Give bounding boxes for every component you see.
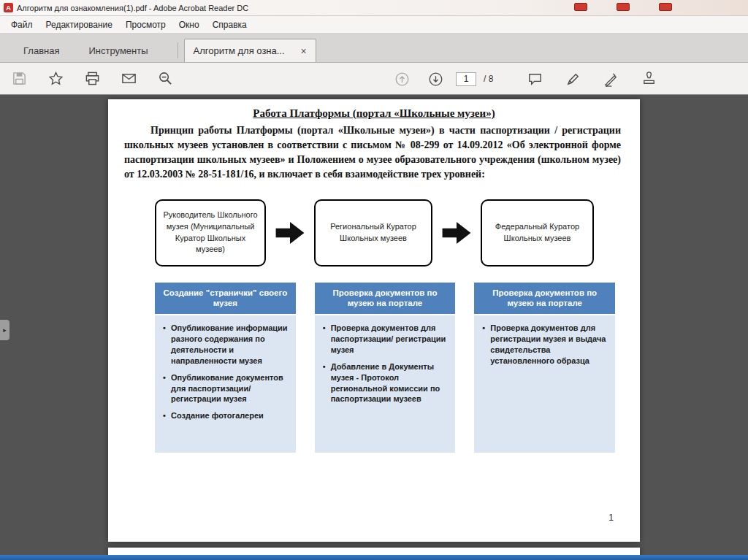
menu-view[interactable]: Просмотр — [119, 18, 172, 32]
menu-window[interactable]: Окно — [172, 18, 206, 32]
flow-box-regional-curator: Региональный Куратор Школьных музеев — [314, 199, 432, 266]
flow-diagram: Руководитель Школьного музея (Муниципаль… — [155, 199, 640, 266]
menu-help[interactable]: Справка — [206, 18, 253, 32]
columns-section: Создание "странички" своего музея Опубли… — [155, 283, 615, 453]
minimize-button[interactable] — [574, 3, 587, 11]
bullet-item: Проверка документов для регистрации музе… — [490, 323, 609, 366]
title-bar: A Алгоритм для ознакомления(1).pdf - Ado… — [0, 0, 748, 16]
column-2-header: Проверка документов по музею на портале — [315, 283, 456, 315]
slide-title: Работа Платформы (портал «Школьные музеи… — [108, 99, 640, 120]
bullet-item: Опубликование документов для паспортизац… — [171, 372, 290, 405]
page-down-icon[interactable] — [422, 66, 449, 91]
page-total-label: / 8 — [484, 74, 493, 84]
pdf-page-2-sliver — [108, 548, 640, 555]
page-number-input[interactable]: 1 — [456, 72, 476, 86]
print-icon[interactable] — [79, 66, 105, 91]
toolbar-right-group — [522, 63, 662, 95]
pdf-page-1: Работа Платформы (портал «Школьные музеи… — [108, 99, 640, 542]
toolbar-page-nav: 1 / 8 — [389, 63, 493, 95]
window-title: Алгоритм для ознакомления(1).pdf - Adobe… — [17, 4, 248, 12]
flow-box-federal-curator: Федеральный Куратор Школьных музеев — [481, 199, 594, 266]
tab-close-icon[interactable]: × — [301, 46, 307, 56]
highlight-icon[interactable] — [560, 66, 586, 91]
close-button[interactable] — [659, 3, 672, 11]
page-up-icon[interactable] — [389, 66, 415, 91]
bullet-item: Создание фотогалереи — [171, 410, 290, 421]
column-2-body: Проверка документов для паспортизации/ р… — [315, 315, 456, 453]
comment-icon[interactable] — [522, 66, 548, 91]
acrobat-app-icon: A — [4, 3, 13, 12]
fill-sign-icon[interactable] — [598, 66, 624, 91]
menu-file[interactable]: Файл — [4, 18, 39, 32]
document-canvas[interactable]: ▸ Работа Платформы (портал «Школьные муз… — [0, 95, 748, 555]
column-1-body: Опубликование информации разного содержа… — [155, 315, 296, 453]
column-3-header: Проверка документов по музею на портале — [474, 283, 615, 315]
bullet-item: Проверка документов для паспортизации/ р… — [331, 323, 450, 356]
slide-paragraph: Принцип работы Платформы (портал «Школьн… — [124, 123, 621, 182]
save-icon[interactable] — [6, 66, 32, 91]
tab-document-active[interactable]: Алгоритм для озна... × — [184, 39, 316, 62]
bullet-item: Добавление в Документы музея - Протокол … — [331, 361, 450, 404]
tab-document-label: Алгоритм для озна... — [194, 45, 285, 56]
menu-edit[interactable]: Редактирование — [39, 18, 119, 32]
maximize-button[interactable] — [617, 3, 630, 11]
tab-home[interactable]: Главная — [9, 39, 74, 62]
window-controls — [574, 3, 672, 11]
chevron-right-icon: ▸ — [3, 326, 7, 334]
tab-tools[interactable]: Инструменты — [74, 39, 162, 62]
taskbar-strip[interactable] — [0, 555, 748, 560]
toolbar-left-group — [6, 66, 178, 91]
column-3: Проверка документов по музею на портале … — [474, 283, 615, 453]
tab-divider — [178, 42, 178, 58]
column-1: Создание "странички" своего музея Опубли… — [155, 283, 296, 453]
nav-pane-toggle[interactable]: ▸ — [0, 320, 9, 340]
tab-bar: Главная Инструменты Алгоритм для озна...… — [0, 34, 748, 63]
bullet-item: Опубликование информации разного содержа… — [171, 323, 290, 366]
column-3-body: Проверка документов для регистрации музе… — [474, 315, 615, 453]
toolbar: 1 / 8 — [0, 63, 748, 95]
slide-page-number: 1 — [608, 513, 614, 523]
flow-box-school-museum-head: Руководитель Школьного музея (Муниципаль… — [155, 199, 266, 266]
zoom-out-icon[interactable] — [152, 66, 178, 91]
email-icon[interactable] — [115, 66, 142, 91]
column-2: Проверка документов по музею на портале … — [315, 283, 456, 453]
menu-bar: Файл Редактирование Просмотр Окно Справк… — [0, 16, 748, 34]
flow-arrow-icon — [442, 222, 471, 244]
column-1-header: Создание "странички" своего музея — [155, 283, 296, 315]
star-icon[interactable] — [42, 66, 69, 91]
stamp-icon[interactable] — [636, 66, 662, 91]
flow-arrow-icon — [275, 222, 305, 244]
